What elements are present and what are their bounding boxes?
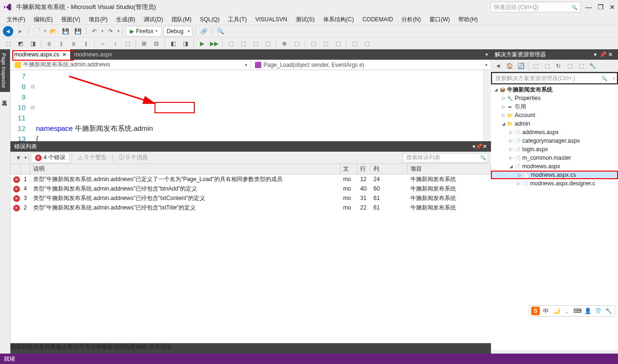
bottom-tab[interactable]: 查找符号结果 — [67, 343, 101, 354]
tree-arrow-icon[interactable]: ◢ — [493, 87, 499, 92]
menu-item[interactable]: 体系结构(C) — [319, 15, 358, 25]
se-btn[interactable]: ⬚ — [576, 61, 586, 71]
tb2-btn[interactable]: ⊟ — [151, 38, 162, 49]
tree-arrow-icon[interactable]: ◢ — [508, 164, 514, 169]
start-debug-button[interactable]: ▶ Firefox ▾ — [126, 26, 162, 36]
se-btn[interactable]: ⬚ — [542, 61, 552, 71]
panel-close-icon[interactable]: ✕ — [607, 51, 614, 58]
panel-pin-icon[interactable]: 📌 — [475, 143, 482, 150]
menu-item[interactable]: 生成(B) — [112, 15, 139, 25]
tb2-btn[interactable]: ⬚ — [3, 38, 13, 49]
filter-icon[interactable]: ▼ — [13, 153, 24, 163]
browser-link-icon[interactable]: 🔗 — [199, 26, 209, 36]
nav-member-dropdown[interactable]: 🟪 Page_Load(object sender, EventArgs e) — [251, 60, 491, 70]
tree-item[interactable]: ▷📄m_common.master — [491, 154, 618, 162]
tree-item[interactable]: ▷▪▪引用 — [491, 102, 618, 111]
menu-item[interactable]: 项目(P) — [85, 15, 111, 25]
menu-item[interactable]: CODEMAID — [359, 15, 397, 24]
tb2-btn[interactable]: ◨ — [180, 38, 191, 49]
col-line-header[interactable]: 行 — [357, 164, 371, 174]
ime-lang[interactable]: 中 — [542, 307, 550, 315]
tb2-btn[interactable]: ⬚ — [250, 38, 261, 49]
find-icon[interactable]: 🔍 — [215, 26, 226, 36]
tab-close-icon[interactable]: ✕ — [62, 52, 66, 58]
undo-icon[interactable]: ↶ — [89, 26, 100, 36]
menu-item[interactable]: 工具(T) — [224, 15, 250, 25]
tb2-btn[interactable]: ⬚ — [122, 38, 133, 49]
tree-item[interactable]: ▷📄categorymanager.aspx — [491, 136, 618, 145]
tb2-btn[interactable]: ◨ — [27, 38, 38, 49]
quick-launch-input[interactable]: 快速启动 (Ctrl+Q) 🔍 — [491, 2, 581, 12]
tree-arrow-icon[interactable]: ▷ — [500, 104, 506, 109]
ime-user-icon[interactable]: 👤 — [583, 307, 592, 315]
tree-arrow-icon[interactable]: ▷ — [500, 113, 506, 118]
page-inspector-tab[interactable]: Page Inspector — [0, 49, 10, 92]
se-properties-icon[interactable]: 🔧 — [587, 61, 598, 71]
menu-item[interactable]: SQL(Q) — [196, 15, 223, 24]
minimize-button[interactable]: — — [585, 3, 592, 11]
tb2-btn[interactable]: ⊕ — [279, 38, 290, 49]
error-row[interactable]: ✕2类型"牛腩新闻发布系统.admin.addnews"已经包含"txtTitl… — [10, 203, 491, 212]
tb2-btn[interactable]: ⬚ — [349, 38, 360, 49]
redo-icon[interactable]: ↷ — [105, 26, 116, 36]
bottom-tab[interactable]: 任务列表 — [33, 343, 56, 354]
menu-item[interactable]: 窗口(W) — [426, 15, 454, 25]
se-btn[interactable]: ⬚ — [564, 61, 575, 71]
tb2-btn[interactable]: ⊞ — [139, 38, 149, 49]
tb2-btn[interactable]: ⫼ — [69, 38, 79, 49]
ime-punct[interactable]: ， — [563, 307, 571, 315]
tb2-btn[interactable]: ⫿ — [56, 38, 67, 49]
tree-item[interactable]: ▷🔧Properties — [491, 94, 618, 102]
se-btn[interactable]: ⬚ — [530, 61, 541, 71]
se-sync-icon[interactable]: 🔄 — [516, 61, 526, 71]
tb2-btn[interactable]: ◩ — [15, 38, 26, 49]
new-project-icon[interactable]: 📄 — [32, 26, 42, 36]
menu-item[interactable]: 编辑(E) — [30, 15, 56, 25]
messages-filter[interactable]: ⓘ 0 个消息 — [115, 153, 152, 163]
tb2-btn[interactable]: ⫼ — [44, 38, 55, 49]
tree-item[interactable]: ◢📦牛腩新闻发布系统 — [491, 85, 618, 94]
nav-class-dropdown[interactable]: 🟨 牛腩新闻发布系统.admin.addnews — [10, 60, 251, 70]
tree-arrow-icon[interactable]: ▷ — [508, 130, 514, 135]
bottom-tab[interactable]: 输出 — [56, 343, 67, 354]
tb2-btn[interactable]: ↔ — [98, 38, 108, 49]
ime-keyboard-icon[interactable]: ⌨ — [573, 307, 582, 315]
tree-arrow-icon[interactable]: ▷ — [500, 96, 506, 100]
close-button[interactable]: ✕ — [609, 3, 615, 11]
config-dropdown[interactable]: Debug — [164, 26, 192, 36]
editor-tab[interactable]: modnews.aspx.cs✕ — [10, 49, 70, 60]
tb2-btn[interactable]: ↕ — [110, 38, 120, 49]
tree-arrow-icon[interactable]: ▷ — [516, 181, 521, 186]
tree-arrow-icon[interactable]: ▷ — [508, 138, 514, 143]
menu-item[interactable]: 帮助(H) — [454, 15, 482, 25]
error-row[interactable]: ✕3类型"牛腩新闻发布系统.admin.addnews"已经包含"txtCont… — [10, 193, 491, 203]
se-refresh-icon[interactable]: ↻ — [553, 61, 563, 71]
col-file-header[interactable]: 文 — [340, 164, 357, 174]
nav-back-button[interactable]: ◄ — [3, 26, 13, 36]
save-icon[interactable]: 💾 — [60, 26, 71, 36]
menu-item[interactable]: 视图(V) — [57, 15, 84, 25]
save-all-icon[interactable]: 💾 — [73, 26, 83, 36]
tb2-btn[interactable]: ⬚ — [362, 38, 372, 49]
tb2-btn[interactable]: ⬚ — [291, 38, 302, 49]
ime-toolbar[interactable]: S 中 🌙 ， ⌨ 👤 👕 🔧 — [529, 305, 615, 317]
solution-explorer-search[interactable]: 搜索解决方案资源管理器(Ctrl+;) ▾ — [492, 73, 617, 83]
tb2-btn[interactable]: ⬚ — [333, 38, 343, 49]
ime-skin-icon[interactable]: 👕 — [594, 307, 602, 315]
col-proj-header[interactable]: 项目 — [408, 164, 491, 174]
play-icon[interactable]: ▶ — [197, 38, 207, 49]
tree-item[interactable]: ▷📄modnews.aspx.cs — [491, 171, 618, 179]
tree-arrow-icon[interactable]: ▷ — [508, 155, 514, 160]
error-search-input[interactable]: 搜索错误列表 — [403, 153, 488, 163]
se-home-icon[interactable]: 🏠 — [504, 61, 515, 71]
menu-item[interactable]: 测试(S) — [292, 15, 318, 25]
tree-item[interactable]: ◢📁admin — [491, 119, 618, 128]
menu-item[interactable]: 分析(N) — [398, 15, 425, 25]
tb2-btn[interactable]: ⬚ — [320, 38, 331, 49]
ime-settings-icon[interactable]: 🔧 — [604, 307, 613, 315]
tree-item[interactable]: ◢📄modnews.aspx — [491, 162, 618, 171]
bottom-tab[interactable]: 错误列表 — [10, 343, 33, 354]
tree-arrow-icon[interactable]: ▷ — [508, 147, 514, 152]
editor-tab[interactable]: modnews.aspx — [70, 49, 116, 60]
error-row[interactable]: ✕1类型"牛腩新闻发布系统.admin.addnews"已定义了一个名为"Pag… — [10, 174, 491, 184]
